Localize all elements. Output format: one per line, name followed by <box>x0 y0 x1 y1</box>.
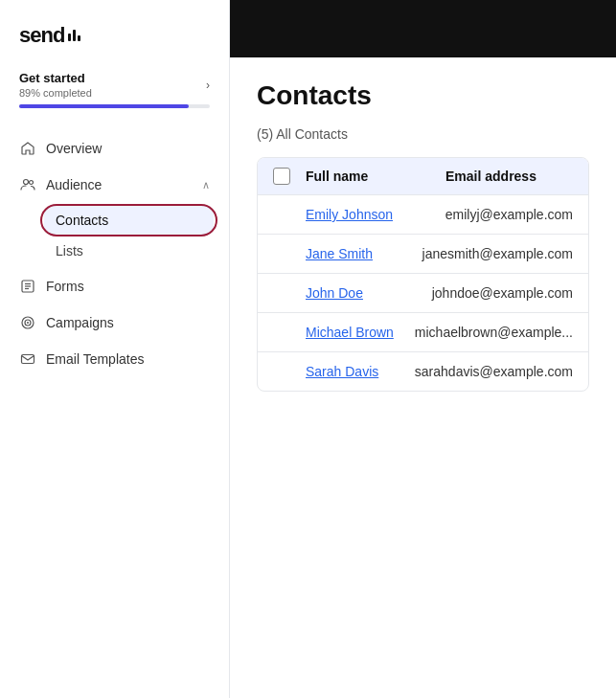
sidebar-item-email-templates[interactable]: Email Templates <box>8 342 221 376</box>
get-started-percent: 89% completed <box>19 87 92 99</box>
contact-email: janesmith@example.com <box>422 246 573 261</box>
contact-name[interactable]: Emily Johnson <box>306 207 430 222</box>
campaigns-icon <box>19 314 36 331</box>
contact-name[interactable]: Jane Smith <box>306 246 407 261</box>
forms-label: Forms <box>46 279 210 294</box>
contact-email: michaelbrown@example... <box>415 325 573 340</box>
get-started-section: Get started 89% completed › <box>0 63 229 124</box>
get-started-row[interactable]: Get started 89% completed › <box>19 71 210 99</box>
table-row: John Doe johndoe@example.com <box>258 274 588 313</box>
svg-point-8 <box>27 322 29 324</box>
nav-section: Overview Audience ∧ Contacts Lists <box>0 124 229 384</box>
campaigns-label: Campaigns <box>46 315 210 330</box>
sidebar-item-contacts[interactable]: Contacts <box>44 206 214 235</box>
contacts-subtitle: (5) All Contacts <box>257 126 589 142</box>
contacts-table: Full name Email address Emily Johnson em… <box>257 157 589 392</box>
logo-bars-icon <box>68 30 80 41</box>
email-templates-label: Email Templates <box>46 351 210 367</box>
app-logo: send <box>0 0 229 63</box>
progress-bar-background <box>19 104 210 108</box>
table-row: Michael Brown michaelbrown@example... <box>258 313 588 352</box>
column-header-fullname: Full name <box>306 169 430 184</box>
svg-point-1 <box>30 181 34 185</box>
contact-email: johndoe@example.com <box>432 285 573 301</box>
get-started-title: Get started <box>19 71 92 85</box>
sidebar-item-forms[interactable]: Forms <box>8 269 221 304</box>
contact-email: emilyj@example.com <box>445 207 573 222</box>
table-body: Emily Johnson emilyj@example.com Jane Sm… <box>258 195 588 391</box>
page-title: Contacts <box>257 80 589 111</box>
table-row: Jane Smith janesmith@example.com <box>258 235 588 274</box>
lists-label: Lists <box>56 243 83 259</box>
sidebar-item-audience[interactable]: Audience ∧ <box>8 168 221 202</box>
sidebar-item-lists[interactable]: Lists <box>44 236 214 265</box>
audience-label: Audience <box>46 177 193 192</box>
forms-icon <box>19 278 36 295</box>
contact-name[interactable]: John Doe <box>306 285 417 301</box>
main-content: Contacts (5) All Contacts Full name Emai… <box>230 0 616 698</box>
select-all-checkbox[interactable] <box>273 168 290 185</box>
contact-name[interactable]: Sarah Davis <box>306 364 399 379</box>
contact-email: sarahdavis@example.com <box>415 364 573 379</box>
sidebar: send Get started 89% completed › Overvie <box>0 0 230 698</box>
audience-chevron-icon: ∧ <box>202 179 210 191</box>
sidebar-item-overview[interactable]: Overview <box>8 131 221 166</box>
column-header-email: Email address <box>445 169 536 184</box>
svg-rect-9 <box>22 355 34 364</box>
audience-subnav: Contacts Lists <box>8 204 221 267</box>
svg-point-0 <box>24 180 29 185</box>
home-icon <box>19 140 36 157</box>
main-header <box>230 0 616 57</box>
get-started-chevron-icon: › <box>206 79 210 92</box>
users-icon <box>19 176 36 193</box>
sidebar-item-campaigns[interactable]: Campaigns <box>8 305 221 340</box>
table-row: Sarah Davis sarahdavis@example.com <box>258 352 588 391</box>
contacts-label: Contacts <box>56 213 108 228</box>
table-row: Emily Johnson emilyj@example.com <box>258 195 588 235</box>
logo-text: send <box>19 23 64 48</box>
overview-label: Overview <box>46 141 210 156</box>
mail-icon <box>19 350 36 368</box>
table-header: Full name Email address <box>258 158 588 195</box>
contact-name[interactable]: Michael Brown <box>306 325 399 340</box>
main-body: Contacts (5) All Contacts Full name Emai… <box>230 57 616 698</box>
progress-bar-fill <box>19 104 189 108</box>
